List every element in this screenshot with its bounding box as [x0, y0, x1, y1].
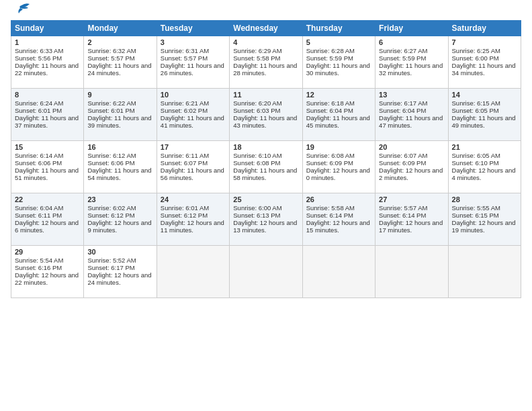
calendar-cell: 4Sunrise: 6:29 AMSunset: 5:58 PMDaylight… [230, 36, 302, 89]
day-number: 26 [306, 195, 371, 203]
day-number: 28 [452, 195, 517, 203]
calendar-page: SundayMondayTuesdayWednesdayThursdayFrid… [0, 0, 532, 411]
week-row-1: 1Sunrise: 6:33 AMSunset: 5:56 PMDaylight… [11, 36, 521, 89]
calendar-cell [157, 246, 229, 298]
header-cell-saturday: Saturday [448, 21, 521, 36]
daylight-label: Daylight: 11 hours and 43 minutes. [233, 114, 297, 129]
day-number: 5 [306, 38, 371, 46]
sunrise-label: Sunrise: 6:08 AM [306, 152, 355, 159]
header-cell-wednesday: Wednesday [230, 21, 302, 36]
daylight-label: Daylight: 12 hours and 22 minutes. [15, 271, 79, 286]
logo [11, 9, 31, 17]
sunrise-label: Sunrise: 6:04 AM [15, 204, 63, 212]
day-number: 8 [15, 91, 80, 99]
sunset-label: Sunset: 6:06 PM [15, 159, 62, 167]
daylight-label: Daylight: 11 hours and 30 minutes. [306, 62, 370, 77]
sunset-label: Sunset: 6:16 PM [15, 264, 62, 271]
calendar-cell: 14Sunrise: 6:15 AMSunset: 6:05 PMDayligh… [448, 89, 521, 141]
sunset-label: Sunset: 6:15 PM [452, 212, 499, 219]
day-number: 3 [161, 38, 226, 46]
day-number: 25 [233, 195, 298, 203]
sunset-label: Sunset: 6:10 PM [452, 159, 499, 167]
sunset-label: Sunset: 6:04 PM [306, 107, 353, 114]
sunrise-label: Sunrise: 6:17 AM [379, 99, 427, 107]
calendar-cell: 8Sunrise: 6:24 AMSunset: 6:01 PMDaylight… [11, 89, 84, 141]
calendar-cell: 27Sunrise: 5:57 AMSunset: 6:14 PMDayligh… [375, 193, 448, 246]
day-number: 7 [452, 38, 517, 46]
logo-bird-icon [12, 3, 31, 17]
calendar-cell: 11Sunrise: 6:20 AMSunset: 6:03 PMDayligh… [230, 89, 302, 141]
week-row-5: 29Sunrise: 5:54 AMSunset: 6:16 PMDayligh… [11, 246, 521, 298]
sunrise-label: Sunrise: 6:05 AM [452, 152, 500, 159]
day-number: 19 [306, 143, 371, 151]
week-row-4: 22Sunrise: 6:04 AMSunset: 6:11 PMDayligh… [11, 193, 521, 246]
sunset-label: Sunset: 6:09 PM [306, 159, 353, 167]
header-cell-thursday: Thursday [302, 21, 375, 36]
calendar-cell [302, 246, 375, 298]
sunset-label: Sunset: 5:56 PM [15, 54, 62, 62]
daylight-label: Daylight: 11 hours and 56 minutes. [161, 167, 224, 181]
day-number: 23 [87, 195, 152, 203]
daylight-label: Daylight: 12 hours and 19 minutes. [452, 219, 516, 234]
calendar-cell: 18Sunrise: 6:10 AMSunset: 6:08 PMDayligh… [230, 141, 302, 193]
sunrise-label: Sunrise: 6:21 AM [161, 99, 209, 107]
sunset-label: Sunset: 5:58 PM [233, 54, 280, 62]
daylight-label: Daylight: 12 hours and 13 minutes. [233, 219, 297, 234]
sunrise-label: Sunrise: 6:29 AM [233, 47, 281, 54]
day-number: 18 [233, 143, 298, 151]
sunset-label: Sunset: 6:01 PM [15, 107, 62, 114]
daylight-label: Daylight: 11 hours and 37 minutes. [15, 114, 79, 129]
sunrise-label: Sunrise: 5:55 AM [452, 204, 500, 212]
day-number: 29 [15, 248, 80, 256]
header-row: SundayMondayTuesdayWednesdayThursdayFrid… [11, 21, 521, 36]
sunset-label: Sunset: 6:07 PM [161, 159, 208, 167]
day-number: 11 [233, 91, 298, 99]
sunrise-label: Sunrise: 6:22 AM [87, 99, 136, 107]
daylight-label: Daylight: 12 hours and 4 minutes. [452, 167, 516, 181]
sunset-label: Sunset: 5:59 PM [306, 54, 353, 62]
week-row-3: 15Sunrise: 6:14 AMSunset: 6:06 PMDayligh… [11, 141, 521, 193]
sunset-label: Sunset: 5:57 PM [87, 54, 134, 62]
daylight-label: Daylight: 11 hours and 49 minutes. [452, 114, 516, 129]
daylight-label: Daylight: 11 hours and 47 minutes. [379, 114, 443, 129]
sunrise-label: Sunrise: 6:20 AM [233, 99, 281, 107]
sunrise-label: Sunrise: 6:02 AM [87, 204, 136, 212]
sunrise-label: Sunrise: 6:33 AM [15, 47, 63, 54]
sunrise-label: Sunrise: 6:15 AM [452, 99, 500, 107]
sunset-label: Sunset: 6:01 PM [87, 107, 134, 114]
day-number: 10 [161, 91, 226, 99]
sunset-label: Sunset: 6:09 PM [379, 159, 426, 167]
day-number: 16 [87, 143, 152, 151]
sunrise-label: Sunrise: 5:52 AM [87, 257, 136, 264]
daylight-label: Daylight: 11 hours and 32 minutes. [379, 62, 443, 77]
daylight-label: Daylight: 12 hours and 2 minutes. [379, 167, 443, 181]
sunrise-label: Sunrise: 6:01 AM [161, 204, 209, 212]
calendar-cell: 24Sunrise: 6:01 AMSunset: 6:12 PMDayligh… [157, 193, 229, 246]
calendar-cell: 16Sunrise: 6:12 AMSunset: 6:06 PMDayligh… [84, 141, 157, 193]
day-number: 27 [379, 195, 444, 203]
day-number: 21 [452, 143, 517, 151]
daylight-label: Daylight: 12 hours and 11 minutes. [161, 219, 224, 234]
calendar-cell: 19Sunrise: 6:08 AMSunset: 6:09 PMDayligh… [302, 141, 375, 193]
calendar-cell: 12Sunrise: 6:18 AMSunset: 6:04 PMDayligh… [302, 89, 375, 141]
sunrise-label: Sunrise: 6:10 AM [233, 152, 281, 159]
header-cell-sunday: Sunday [11, 21, 84, 36]
daylight-label: Daylight: 11 hours and 22 minutes. [15, 62, 79, 77]
calendar-cell [448, 246, 521, 298]
daylight-label: Daylight: 11 hours and 58 minutes. [233, 167, 297, 181]
calendar-cell: 6Sunrise: 6:27 AMSunset: 5:59 PMDaylight… [375, 36, 448, 89]
calendar-cell: 5Sunrise: 6:28 AMSunset: 5:59 PMDaylight… [302, 36, 375, 89]
sunset-label: Sunset: 6:00 PM [452, 54, 499, 62]
calendar-cell: 20Sunrise: 6:07 AMSunset: 6:09 PMDayligh… [375, 141, 448, 193]
day-number: 4 [233, 38, 298, 46]
daylight-label: Daylight: 12 hours and 9 minutes. [87, 219, 151, 234]
daylight-label: Daylight: 11 hours and 34 minutes. [452, 62, 516, 77]
daylight-label: Daylight: 12 hours and 15 minutes. [306, 219, 370, 234]
sunset-label: Sunset: 6:12 PM [161, 212, 208, 219]
calendar-cell: 7Sunrise: 6:25 AMSunset: 6:00 PMDaylight… [448, 36, 521, 89]
calendar-cell: 17Sunrise: 6:11 AMSunset: 6:07 PMDayligh… [157, 141, 229, 193]
daylight-label: Daylight: 12 hours and 6 minutes. [15, 219, 79, 234]
calendar-cell: 15Sunrise: 6:14 AMSunset: 6:06 PMDayligh… [11, 141, 84, 193]
sunset-label: Sunset: 5:57 PM [161, 54, 208, 62]
day-number: 22 [15, 195, 80, 203]
